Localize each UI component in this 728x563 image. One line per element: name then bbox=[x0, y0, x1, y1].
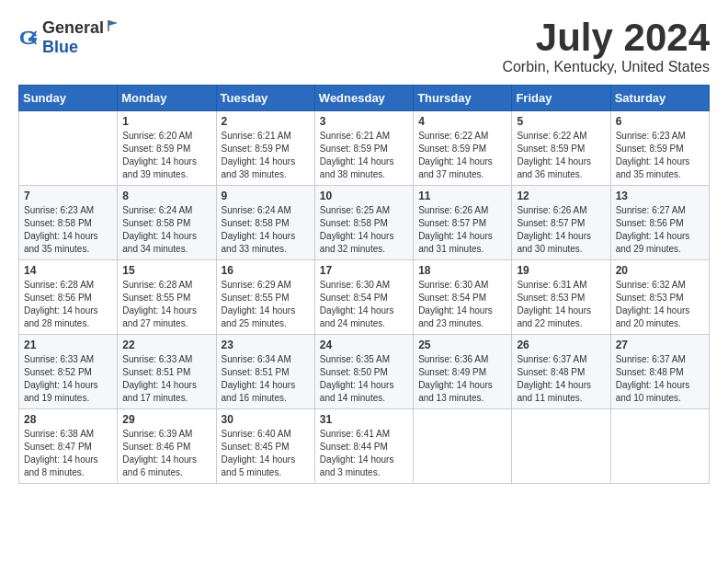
calendar-day-cell: 1Sunrise: 6:20 AMSunset: 8:59 PMDaylight… bbox=[118, 111, 216, 186]
day-info: Sunrise: 6:26 AMSunset: 8:57 PMDaylight:… bbox=[418, 204, 506, 256]
day-number: 1 bbox=[122, 115, 210, 128]
calendar-day-cell: 23Sunrise: 6:34 AMSunset: 8:51 PMDayligh… bbox=[216, 335, 314, 409]
day-info: Sunrise: 6:22 AMSunset: 8:59 PMDaylight:… bbox=[418, 130, 506, 181]
day-number: 22 bbox=[122, 339, 210, 351]
day-number: 27 bbox=[616, 339, 704, 351]
day-number: 21 bbox=[24, 339, 112, 351]
day-info: Sunrise: 6:36 AMSunset: 8:49 PMDaylight:… bbox=[418, 353, 506, 405]
day-info: Sunrise: 6:23 AMSunset: 8:58 PMDaylight:… bbox=[24, 204, 112, 256]
day-info: Sunrise: 6:33 AMSunset: 8:52 PMDaylight:… bbox=[24, 353, 112, 405]
calendar-day-cell: 15Sunrise: 6:28 AMSunset: 8:55 PMDayligh… bbox=[118, 260, 216, 335]
day-number: 3 bbox=[320, 115, 408, 128]
calendar-day-cell: 7Sunrise: 6:23 AMSunset: 8:58 PMDaylight… bbox=[19, 186, 118, 260]
calendar-day-cell bbox=[610, 409, 709, 484]
calendar-day-cell: 13Sunrise: 6:27 AMSunset: 8:56 PMDayligh… bbox=[610, 186, 709, 260]
calendar-day-cell bbox=[414, 409, 512, 484]
svg-marker-0 bbox=[108, 20, 118, 26]
calendar-day-cell: 16Sunrise: 6:29 AMSunset: 8:55 PMDayligh… bbox=[216, 260, 314, 335]
day-info: Sunrise: 6:21 AMSunset: 8:59 PMDaylight:… bbox=[222, 130, 310, 181]
day-number: 10 bbox=[320, 190, 408, 202]
calendar-day-cell: 8Sunrise: 6:24 AMSunset: 8:58 PMDaylight… bbox=[118, 186, 216, 260]
day-info: Sunrise: 6:30 AMSunset: 8:54 PMDaylight:… bbox=[418, 279, 506, 330]
calendar-day-cell: 5Sunrise: 6:22 AMSunset: 8:59 PMDaylight… bbox=[512, 111, 610, 186]
day-number: 24 bbox=[320, 339, 408, 351]
calendar-week-row: 28Sunrise: 6:38 AMSunset: 8:47 PMDayligh… bbox=[19, 409, 710, 484]
day-info: Sunrise: 6:40 AMSunset: 8:45 PMDaylight:… bbox=[222, 428, 310, 479]
calendar-header-row: SundayMondayTuesdayWednesdayThursdayFrid… bbox=[19, 86, 710, 111]
logo-icon bbox=[18, 28, 39, 48]
day-info: Sunrise: 6:26 AMSunset: 8:57 PMDaylight:… bbox=[517, 204, 605, 256]
day-info: Sunrise: 6:27 AMSunset: 8:56 PMDaylight:… bbox=[616, 204, 704, 256]
main-title: July 2024 bbox=[502, 18, 710, 57]
day-info: Sunrise: 6:35 AMSunset: 8:50 PMDaylight:… bbox=[320, 353, 408, 405]
calendar-week-row: 14Sunrise: 6:28 AMSunset: 8:56 PMDayligh… bbox=[19, 260, 710, 335]
day-info: Sunrise: 6:32 AMSunset: 8:53 PMDaylight:… bbox=[616, 279, 704, 330]
day-number: 2 bbox=[222, 115, 310, 128]
day-number: 7 bbox=[24, 190, 112, 202]
calendar-day-header: Thursday bbox=[414, 86, 512, 111]
day-info: Sunrise: 6:24 AMSunset: 8:58 PMDaylight:… bbox=[222, 204, 310, 256]
logo: General Blue bbox=[18, 18, 120, 57]
day-number: 19 bbox=[517, 264, 605, 277]
calendar-day-cell: 19Sunrise: 6:31 AMSunset: 8:53 PMDayligh… bbox=[512, 260, 610, 335]
day-number: 15 bbox=[122, 264, 210, 277]
day-number: 16 bbox=[222, 264, 310, 277]
calendar-day-cell: 18Sunrise: 6:30 AMSunset: 8:54 PMDayligh… bbox=[414, 260, 512, 335]
day-number: 14 bbox=[24, 264, 112, 277]
day-number: 20 bbox=[616, 264, 704, 277]
calendar-day-cell: 20Sunrise: 6:32 AMSunset: 8:53 PMDayligh… bbox=[610, 260, 709, 335]
day-info: Sunrise: 6:21 AMSunset: 8:59 PMDaylight:… bbox=[320, 130, 408, 181]
calendar-day-header: Friday bbox=[512, 86, 610, 111]
day-number: 26 bbox=[517, 339, 605, 351]
calendar-day-header: Monday bbox=[118, 86, 216, 111]
day-info: Sunrise: 6:31 AMSunset: 8:53 PMDaylight:… bbox=[517, 279, 605, 330]
calendar-day-cell: 24Sunrise: 6:35 AMSunset: 8:50 PMDayligh… bbox=[314, 335, 413, 409]
title-area: July 2024 Corbin, Kentucky, United State… bbox=[502, 18, 710, 75]
logo-flag-icon bbox=[105, 18, 119, 33]
calendar-day-cell: 10Sunrise: 6:25 AMSunset: 8:58 PMDayligh… bbox=[314, 186, 413, 260]
day-info: Sunrise: 6:38 AMSunset: 8:47 PMDaylight:… bbox=[24, 428, 112, 479]
day-number: 29 bbox=[122, 413, 210, 426]
calendar-day-header: Sunday bbox=[19, 86, 118, 111]
day-info: Sunrise: 6:20 AMSunset: 8:59 PMDaylight:… bbox=[122, 130, 210, 181]
day-info: Sunrise: 6:41 AMSunset: 8:44 PMDaylight:… bbox=[320, 428, 408, 479]
calendar-day-cell: 11Sunrise: 6:26 AMSunset: 8:57 PMDayligh… bbox=[414, 186, 512, 260]
calendar-day-cell: 9Sunrise: 6:24 AMSunset: 8:58 PMDaylight… bbox=[216, 186, 314, 260]
day-info: Sunrise: 6:33 AMSunset: 8:51 PMDaylight:… bbox=[122, 353, 210, 405]
calendar-day-cell: 22Sunrise: 6:33 AMSunset: 8:51 PMDayligh… bbox=[118, 335, 216, 409]
calendar-day-header: Tuesday bbox=[216, 86, 314, 111]
day-number: 4 bbox=[418, 115, 506, 128]
calendar-day-cell: 3Sunrise: 6:21 AMSunset: 8:59 PMDaylight… bbox=[314, 111, 413, 186]
day-info: Sunrise: 6:37 AMSunset: 8:48 PMDaylight:… bbox=[616, 353, 704, 405]
calendar-day-cell: 12Sunrise: 6:26 AMSunset: 8:57 PMDayligh… bbox=[512, 186, 610, 260]
calendar-day-cell: 2Sunrise: 6:21 AMSunset: 8:59 PMDaylight… bbox=[216, 111, 314, 186]
calendar-day-cell: 27Sunrise: 6:37 AMSunset: 8:48 PMDayligh… bbox=[610, 335, 709, 409]
day-info: Sunrise: 6:28 AMSunset: 8:55 PMDaylight:… bbox=[122, 279, 210, 330]
day-info: Sunrise: 6:22 AMSunset: 8:59 PMDaylight:… bbox=[517, 130, 605, 181]
day-number: 25 bbox=[418, 339, 506, 351]
day-info: Sunrise: 6:34 AMSunset: 8:51 PMDaylight:… bbox=[222, 353, 310, 405]
day-number: 11 bbox=[418, 190, 506, 202]
subtitle: Corbin, Kentucky, United States bbox=[502, 59, 710, 75]
calendar-week-row: 21Sunrise: 6:33 AMSunset: 8:52 PMDayligh… bbox=[19, 335, 710, 409]
day-info: Sunrise: 6:28 AMSunset: 8:56 PMDaylight:… bbox=[24, 279, 112, 330]
calendar-day-cell: 25Sunrise: 6:36 AMSunset: 8:49 PMDayligh… bbox=[414, 335, 512, 409]
day-number: 31 bbox=[320, 413, 408, 426]
day-info: Sunrise: 6:24 AMSunset: 8:58 PMDaylight:… bbox=[122, 204, 210, 256]
day-number: 9 bbox=[222, 190, 310, 202]
calendar-day-cell: 4Sunrise: 6:22 AMSunset: 8:59 PMDaylight… bbox=[414, 111, 512, 186]
calendar-day-cell: 17Sunrise: 6:30 AMSunset: 8:54 PMDayligh… bbox=[314, 260, 413, 335]
day-info: Sunrise: 6:30 AMSunset: 8:54 PMDaylight:… bbox=[320, 279, 408, 330]
calendar-day-cell: 29Sunrise: 6:39 AMSunset: 8:46 PMDayligh… bbox=[118, 409, 216, 484]
page-header: General Blue July 2024 Corbin, Kentucky,… bbox=[18, 18, 710, 75]
calendar-day-header: Wednesday bbox=[314, 86, 413, 111]
day-info: Sunrise: 6:29 AMSunset: 8:55 PMDaylight:… bbox=[222, 279, 310, 330]
day-number: 5 bbox=[517, 115, 605, 128]
calendar-day-cell: 6Sunrise: 6:23 AMSunset: 8:59 PMDaylight… bbox=[610, 111, 709, 186]
calendar-day-cell bbox=[512, 409, 610, 484]
calendar-day-cell: 28Sunrise: 6:38 AMSunset: 8:47 PMDayligh… bbox=[19, 409, 118, 484]
calendar-day-cell: 31Sunrise: 6:41 AMSunset: 8:44 PMDayligh… bbox=[314, 409, 413, 484]
logo-blue: Blue bbox=[42, 38, 78, 56]
day-info: Sunrise: 6:37 AMSunset: 8:48 PMDaylight:… bbox=[517, 353, 605, 405]
calendar-day-cell bbox=[19, 111, 118, 186]
